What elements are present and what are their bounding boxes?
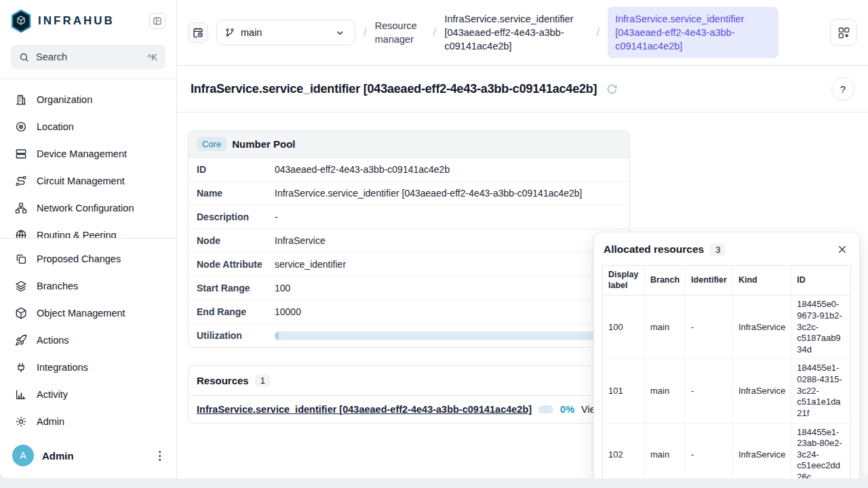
cell-id: 184455e1-0288-4315-3c22-c51a1e1da21f xyxy=(791,359,851,423)
sidebar-item[interactable]: Network Configuration xyxy=(0,195,176,222)
field-row: ID 043aeaed-eff2-4e43-a3bb-c09141ac4e2b xyxy=(189,158,629,182)
route-icon xyxy=(15,175,27,187)
cell-kind: InfraService xyxy=(732,423,791,479)
allocated-resources-panel: Allocated resources 3 Display label Bran… xyxy=(593,232,860,479)
breadcrumb-separator: / xyxy=(433,26,437,39)
sidebar-item[interactable]: Proposed Changes xyxy=(0,245,176,272)
refresh-icon[interactable] xyxy=(606,83,618,95)
sidebar-item-label: Routing & Peering xyxy=(37,230,117,238)
cell-display-label: 100 xyxy=(603,296,645,359)
cube-icon xyxy=(15,307,27,319)
col-display-label: Display label xyxy=(603,266,645,296)
number-pool-title: Number Pool xyxy=(232,138,295,150)
panel-collapse-icon xyxy=(153,16,162,26)
sidebar-item[interactable]: Actions xyxy=(0,327,176,354)
user-row: A Admin ⋮ xyxy=(0,435,176,479)
allocated-resource-row[interactable]: 100 main - InfraService 184455e0-9673-91… xyxy=(603,296,851,359)
sidebar-item[interactable]: Branches xyxy=(0,272,176,300)
field-label: Description xyxy=(197,211,275,222)
calendar-clock-icon xyxy=(193,27,203,38)
allocated-resource-row[interactable]: 101 main - InfraService 184455e1-0288-43… xyxy=(603,359,851,423)
field-value: service_identifier xyxy=(275,259,621,270)
sidebar-collapse-button[interactable] xyxy=(149,13,165,29)
sidebar-item-label: Organization xyxy=(37,94,92,105)
cell-kind: InfraService xyxy=(732,359,791,423)
search-icon xyxy=(19,52,29,62)
cell-identifier: - xyxy=(686,359,733,423)
search-placeholder: Search xyxy=(36,52,67,62)
sidebar-item[interactable]: Location xyxy=(0,113,176,140)
location-icon xyxy=(15,121,27,133)
search-input[interactable]: Search ^K xyxy=(11,45,165,69)
field-label: Node Attribute xyxy=(197,259,275,270)
breadcrumb-resource-manager[interactable]: Resource manager xyxy=(375,19,425,46)
network-icon xyxy=(15,202,27,214)
resource-link[interactable]: InfraService.service_identifier [043aeae… xyxy=(197,404,532,415)
field-row: Start Range 100 xyxy=(189,277,629,300)
time-travel-button[interactable] xyxy=(188,22,208,43)
sidebar-nav-system: Proposed Changes Branches Object Managem… xyxy=(0,238,176,435)
breadcrumb-current[interactable]: InfraService.service_identifier [043aeae… xyxy=(608,7,778,58)
breadcrumb-separator: / xyxy=(596,26,599,39)
cell-branch: main xyxy=(645,423,686,479)
sidebar-item-label: Activity xyxy=(37,389,68,400)
sidebar-item[interactable]: Organization xyxy=(0,86,176,113)
chevron-down-icon xyxy=(335,28,345,38)
branch-selector-caret[interactable] xyxy=(325,20,355,45)
sidebar-item[interactable]: Device Management xyxy=(0,140,176,167)
cell-branch: main xyxy=(645,296,686,359)
resource-row: InfraService.service_identifier [043aeae… xyxy=(189,396,629,423)
branch-name: main xyxy=(241,27,262,38)
sidebar-item[interactable]: Activity xyxy=(0,381,176,408)
number-pool-card-header: Core Number Pool xyxy=(189,131,629,158)
field-label: ID xyxy=(197,164,275,175)
help-button[interactable]: ? xyxy=(831,77,854,100)
resources-header: Resources 1 xyxy=(189,366,629,396)
sidebar-item-label: Branches xyxy=(37,281,78,291)
server-icon xyxy=(15,148,27,160)
allocated-resources-header: Allocated resources 3 xyxy=(602,241,851,265)
search-shortcut: ^K xyxy=(147,52,157,62)
title-bar: InfraService.service_identifier [043aeae… xyxy=(177,66,868,113)
field-value: InfraService xyxy=(275,235,621,246)
git-branch-icon xyxy=(225,28,235,37)
plug-icon xyxy=(15,361,27,373)
gear-icon xyxy=(15,415,27,428)
schema-visualizer-button[interactable] xyxy=(830,19,857,46)
diff-icon xyxy=(15,253,27,265)
sidebar-item-label: Integrations xyxy=(37,362,88,373)
sidebar-item-label: Network Configuration xyxy=(37,203,134,214)
cell-id: 184455e1-23ab-80e2-3c24-c51eec2dd26c xyxy=(791,423,851,479)
number-pool-card: Core Number Pool ID 043aeaed-eff2-4e43-a… xyxy=(188,130,630,348)
rocket-icon xyxy=(15,334,27,346)
breadcrumb-bar: main / Resource manager / InfraService.s… xyxy=(177,0,868,66)
sidebar-item[interactable]: Circuit Management xyxy=(0,167,176,195)
sidebar-item-label: Proposed Changes xyxy=(37,253,121,264)
field-label: End Range xyxy=(197,306,275,317)
user-menu-kebab-icon[interactable]: ⋮ xyxy=(154,449,165,463)
cell-identifier: - xyxy=(686,423,733,479)
sidebar-item[interactable]: Routing & Peering xyxy=(0,222,176,238)
breadcrumb-separator: / xyxy=(363,26,367,39)
workflow-icon xyxy=(837,26,850,39)
sidebar-item[interactable]: Object Management xyxy=(0,300,176,327)
sidebar-item[interactable]: Integrations xyxy=(0,354,176,381)
branch-selector-value: main xyxy=(217,27,325,38)
close-icon[interactable] xyxy=(835,242,850,257)
field-label: Utilization xyxy=(197,330,275,341)
sidebar-item-label: Object Management xyxy=(37,308,125,319)
branch-selector[interactable]: main xyxy=(216,20,355,45)
allocated-count-badge: 3 xyxy=(710,243,726,256)
cell-kind: InfraService xyxy=(732,296,791,359)
globe-icon xyxy=(15,229,27,238)
sidebar-item[interactable]: Admin xyxy=(0,408,176,435)
field-value: InfraService.service_identifier [043aeae… xyxy=(275,188,621,199)
allocated-resource-row[interactable]: 102 main - InfraService 184455e1-23ab-80… xyxy=(603,423,851,479)
field-label: Start Range xyxy=(197,283,275,293)
cell-branch: main xyxy=(645,359,686,423)
app-window: INFRAHUB Search ^K Organization Loc xyxy=(0,0,868,479)
field-label: Node xyxy=(197,235,275,246)
breadcrumb-pool[interactable]: InfraService.service_identifier [043aeae… xyxy=(444,12,588,53)
field-label: Name xyxy=(197,188,275,199)
col-identifier: Identifier xyxy=(686,266,733,296)
